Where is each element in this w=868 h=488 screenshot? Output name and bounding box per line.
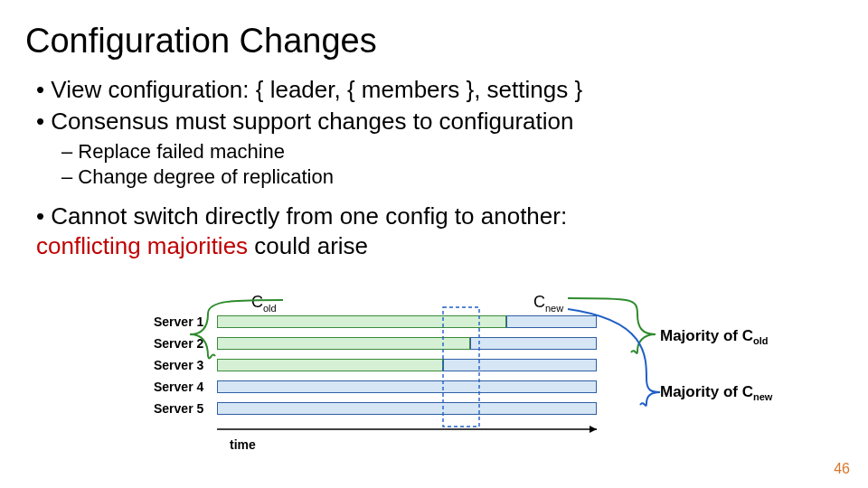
c-new-sub: new xyxy=(545,303,563,314)
sub-bullet-2: Change degree of replication xyxy=(61,164,843,190)
bullet-3a: Cannot switch directly from one config t… xyxy=(51,202,567,230)
server-3-bar xyxy=(217,359,597,371)
server-1-old xyxy=(217,315,506,328)
maj-new-a: Majority of C xyxy=(660,383,753,400)
bullet-list-2: Cannot switch directly from one config t… xyxy=(36,202,843,260)
server-5-bar xyxy=(217,402,597,415)
server-3-new xyxy=(443,359,597,371)
server-3-label: Server 3 xyxy=(154,358,217,372)
c-new-label: Cnew xyxy=(533,293,563,314)
majority-new-label: Majority of Cnew xyxy=(660,383,772,402)
sub-bullet-list: Replace failed machine Change degree of … xyxy=(61,139,843,189)
maj-old-a: Majority of C xyxy=(660,327,753,344)
server-2-label: Server 2 xyxy=(154,336,217,351)
time-axis xyxy=(217,423,606,436)
c-new-base: C xyxy=(533,293,545,311)
server-4-bar xyxy=(217,380,597,393)
c-old-label: Cold xyxy=(251,293,277,314)
bullet-3c: could arise xyxy=(248,232,368,259)
bullet-1: View configuration: { leader, { members … xyxy=(36,75,843,105)
slide-title: Configuration Changes xyxy=(25,22,843,61)
server-4-label: Server 4 xyxy=(154,380,217,394)
slide: Configuration Changes View configuration… xyxy=(0,0,868,488)
server-5-new xyxy=(217,402,597,415)
server-1-label: Server 1 xyxy=(154,314,217,329)
server-5-label: Server 5 xyxy=(154,401,217,416)
server-1-new xyxy=(506,315,597,328)
server-1-bar xyxy=(217,315,597,328)
maj-new-b: new xyxy=(753,391,772,402)
server-3-old xyxy=(217,359,443,371)
maj-old-b: old xyxy=(753,335,769,346)
server-row-3: Server 3 xyxy=(154,356,805,374)
bullet-list: View configuration: { leader, { members … xyxy=(36,75,843,136)
bullet-2: Consensus must support changes to config… xyxy=(36,107,843,136)
majority-old-label: Majority of Cold xyxy=(660,327,768,346)
time-label: time xyxy=(230,437,256,452)
c-old-sub: old xyxy=(263,303,277,314)
server-2-bar xyxy=(217,337,597,350)
sub-bullet-1: Replace failed machine xyxy=(61,139,843,164)
c-old-base: C xyxy=(251,293,263,311)
bullet-3b: conflicting majorities xyxy=(36,232,248,259)
server-2-new xyxy=(470,337,597,350)
page-number: 46 xyxy=(834,461,850,477)
bullet-3: Cannot switch directly from one config t… xyxy=(36,202,843,260)
server-4-new xyxy=(217,380,597,393)
config-diagram: Cold Cnew Server 1 Server 2 Server 3 xyxy=(154,313,805,466)
server-2-old xyxy=(217,337,470,350)
